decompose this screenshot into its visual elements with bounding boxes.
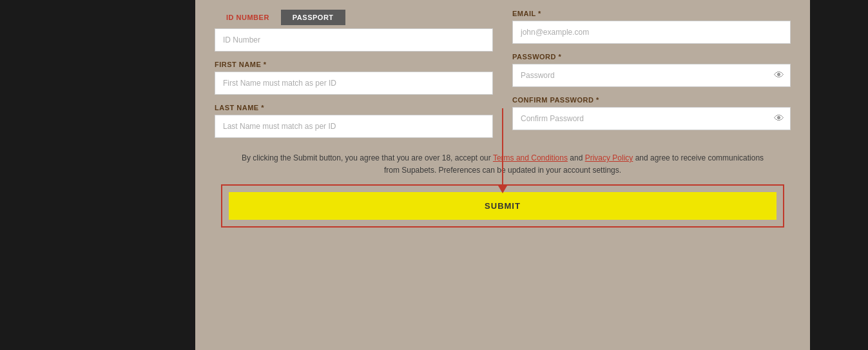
email-label: EMAIL * — [512, 10, 791, 17]
tab-passport[interactable]: PASSPORT — [281, 10, 345, 25]
password-toggle-icon[interactable]: 👁 — [774, 70, 784, 81]
form-columns: ID NUMBER PASSPORT FIRST NAME * LAST NAM… — [215, 10, 791, 147]
right-dark-panel — [810, 0, 868, 350]
first-name-input[interactable] — [215, 72, 493, 95]
terms-text-before: By clicking the Submit button, you agree… — [242, 153, 493, 162]
id-number-input-wrapper — [215, 28, 493, 52]
id-field-group: ID NUMBER PASSPORT — [215, 10, 493, 52]
last-name-input-wrapper — [215, 115, 493, 138]
terms-conditions-link[interactable]: Terms and Conditions — [493, 153, 568, 162]
first-name-field-group: FIRST NAME * — [215, 61, 493, 95]
tab-id-number[interactable]: ID NUMBER — [215, 10, 281, 25]
main-form-area: ID NUMBER PASSPORT FIRST NAME * LAST NAM… — [195, 0, 810, 350]
last-name-input[interactable] — [215, 115, 493, 138]
terms-text-between: and — [568, 153, 585, 162]
first-name-label: FIRST NAME * — [215, 61, 493, 68]
password-input[interactable] — [512, 64, 791, 87]
left-form-col: ID NUMBER PASSPORT FIRST NAME * LAST NAM… — [215, 10, 493, 147]
right-form-col: EMAIL * PASSWORD * 👁 CONFIRM PASSWORD * … — [512, 10, 791, 147]
confirm-password-input[interactable] — [512, 107, 791, 130]
id-passport-tabs: ID NUMBER PASSPORT — [215, 10, 493, 25]
last-name-label: LAST NAME * — [215, 104, 493, 112]
left-dark-panel — [0, 0, 195, 350]
terms-text: By clicking the Submit button, you agree… — [215, 152, 791, 177]
password-label: PASSWORD * — [512, 53, 791, 61]
confirm-password-field-group: CONFIRM PASSWORD * 👁 — [512, 96, 791, 130]
email-field-group: EMAIL * — [512, 10, 791, 44]
submit-area: SUBMIT — [221, 184, 784, 228]
email-input[interactable] — [512, 21, 791, 44]
id-number-input[interactable] — [215, 28, 493, 52]
last-name-field-group: LAST NAME * — [215, 104, 493, 138]
confirm-password-label: CONFIRM PASSWORD * — [512, 96, 791, 104]
password-input-wrapper: 👁 — [512, 64, 791, 87]
confirm-password-input-wrapper: 👁 — [512, 107, 791, 130]
email-input-wrapper — [512, 21, 791, 44]
confirm-password-toggle-icon[interactable]: 👁 — [774, 113, 784, 124]
submit-button[interactable]: SUBMIT — [229, 192, 776, 220]
privacy-policy-link[interactable]: Privacy Policy — [585, 153, 633, 162]
bottom-section: By clicking the Submit button, you agree… — [215, 152, 791, 228]
password-field-group: PASSWORD * 👁 — [512, 53, 791, 87]
first-name-input-wrapper — [215, 72, 493, 95]
